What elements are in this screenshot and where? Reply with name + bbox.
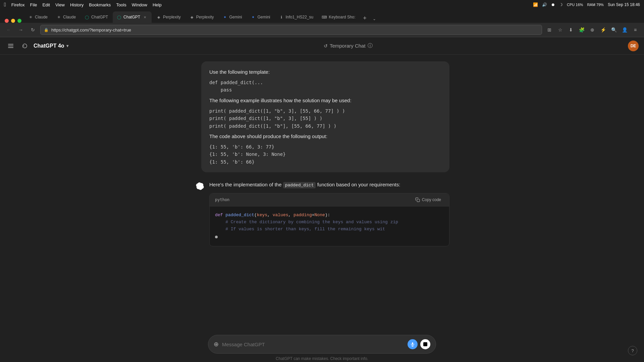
svg-rect-1	[8, 46, 13, 46]
tab-chatgpt2[interactable]: ◯ ChatGPT ✕	[113, 11, 152, 23]
stop-generation-button[interactable]	[420, 339, 430, 349]
model-chevron-icon: ▾	[66, 44, 68, 48]
gemini2-favicon: ✦	[251, 15, 255, 19]
ai-intro-text: Here's the implementation of the padded_…	[209, 180, 449, 189]
tab-bar: ✳ Claude ✳ Claude ◯ ChatGPT ◯ ChatGPT ✕ …	[0, 9, 644, 23]
containers-icon[interactable]: ⊞	[545, 25, 554, 35]
tab-claude1[interactable]: ✳ Claude	[24, 11, 52, 23]
user-message: Use the following template: def padded_d…	[201, 61, 449, 172]
info1-favicon: ℹ	[279, 15, 284, 19]
menu-tools[interactable]: Tools	[116, 2, 126, 7]
voice-toggle-button[interactable]	[408, 339, 418, 349]
menu-help[interactable]: Help	[153, 2, 162, 7]
stop-icon	[423, 342, 427, 346]
user-msg-line1: Use the following template:	[209, 68, 441, 76]
code-line-3: # If values is shorter than keys, fill t…	[215, 226, 444, 233]
sidebar-toggle-button[interactable]	[5, 41, 16, 51]
new-chat-button[interactable]	[20, 41, 30, 51]
model-name: ChatGPT 4o	[34, 43, 64, 49]
macos-menubar:  Firefox File Edit View History Bookmar…	[0, 0, 644, 9]
tab-chatgpt1[interactable]: ◯ ChatGPT	[80, 11, 112, 23]
code-language-label: python	[215, 196, 229, 203]
user-msg-output: {1: 55, 'b': 66, 3: 77}{1: 55, 'b': None…	[209, 143, 441, 166]
download-icon[interactable]: ⬇	[566, 25, 576, 35]
help-button[interactable]: ?	[628, 346, 637, 355]
screen-record-icon: ⏺	[551, 2, 555, 7]
tab-chatgpt2-close[interactable]: ✕	[142, 14, 148, 20]
tab-chatgpt1-label: ChatGPT	[91, 15, 108, 19]
message-input[interactable]	[222, 342, 404, 347]
tab-perplexity1[interactable]: ◈ Perplexity	[152, 11, 185, 23]
extension2-icon[interactable]: ⊕	[588, 25, 597, 35]
tab-overflow-button[interactable]: ⌄	[370, 15, 378, 23]
tab-gemini1[interactable]: ✦ Gemini	[218, 11, 246, 23]
forward-button[interactable]: →	[16, 25, 25, 35]
menu-bookmarks[interactable]: Bookmarks	[89, 2, 111, 7]
ai-avatar-icon	[195, 181, 205, 192]
wifi-icon: 📶	[533, 2, 538, 7]
menu-view[interactable]: View	[55, 2, 65, 7]
chat-header: ChatGPT 4o ▾ ↺ Temporary Chat ⓘ DE	[0, 37, 644, 55]
clock: Sun Sep 15 18:46	[608, 2, 640, 7]
user-msg-line3: The code above should produce the follow…	[209, 132, 441, 140]
maximize-window-button[interactable]	[17, 19, 21, 23]
address-bar[interactable]: 🔒 https://chatgpt.com/?temporary-chat=tr…	[40, 25, 542, 35]
tab-gemini2[interactable]: ✦ Gemini	[247, 11, 274, 23]
ai-message: Here's the implementation of the padded_…	[195, 180, 449, 249]
chat-messages: Use the following template: def padded_d…	[195, 61, 449, 249]
attach-icon[interactable]: ⊕	[214, 341, 219, 348]
search-icon[interactable]: 🔍	[609, 25, 619, 35]
cpu-indicator: CPU 16%	[567, 3, 583, 7]
gemini1-favicon: ✦	[222, 15, 227, 19]
ram-indicator: RAM 79%	[587, 3, 604, 7]
tab-perplexity2[interactable]: ◈ Perplexity	[185, 11, 218, 23]
menu-history[interactable]: History	[70, 2, 84, 7]
copy-code-button[interactable]: Copy code	[413, 196, 444, 203]
minimize-window-button[interactable]	[11, 19, 15, 23]
back-button[interactable]: ←	[4, 25, 13, 35]
tab-perplexity2-label: Perplexity	[196, 15, 214, 19]
extension3-icon[interactable]: ⚡	[598, 25, 608, 35]
user-msg-examples: print( padded_dict([1, "b", 3], [55, 66,…	[209, 107, 441, 130]
loading-indicator	[215, 236, 218, 238]
main-area: ChatGPT 4o ▾ ↺ Temporary Chat ⓘ DE Use t…	[0, 37, 644, 362]
menu-file[interactable]: File	[30, 2, 37, 7]
code-block-header: python Copy code	[210, 193, 449, 206]
new-tab-button[interactable]: +	[360, 13, 370, 23]
menu-firefox[interactable]: Firefox	[11, 2, 25, 7]
tab-claude2-label: Claude	[63, 15, 76, 19]
tab-claude1-label: Claude	[35, 15, 48, 19]
tab-gemini1-label: Gemini	[229, 15, 242, 19]
user-avatar[interactable]: DE	[628, 41, 639, 51]
menu-window[interactable]: Window	[132, 2, 147, 7]
menu-edit[interactable]: Edit	[43, 2, 50, 7]
tab-keyboard[interactable]: ⌨ Keyboard Sho:	[318, 11, 359, 23]
tab-keyboard-label: Keyboard Sho:	[329, 15, 355, 19]
chat-content: Use the following template: def padded_d…	[0, 55, 644, 331]
reload-button[interactable]: ↻	[28, 25, 38, 35]
url-text: https://chatgpt.com/?temporary-chat=true	[51, 27, 131, 33]
claude1-favicon: ✳	[28, 15, 33, 19]
code-line-2: # Create the dictionary by combining the…	[215, 219, 444, 226]
tab-chatgpt2-label: ChatGPT	[123, 15, 140, 19]
close-window-button[interactable]	[5, 19, 9, 23]
tab-claude2[interactable]: ✳ Claude	[52, 11, 80, 23]
profile-icon[interactable]: 👤	[620, 25, 629, 35]
bookmark-star-icon[interactable]: ☆	[555, 25, 565, 35]
browser-chrome: ✳ Claude ✳ Claude ◯ ChatGPT ◯ ChatGPT ✕ …	[0, 9, 644, 37]
menu-icon[interactable]: ≡	[631, 25, 640, 35]
code-block: python Copy code def padded_dict(keys, v…	[209, 193, 449, 246]
tab-info1[interactable]: ℹ Info1_HS22_su	[275, 11, 318, 23]
browserextension-icon[interactable]: 🧩	[577, 25, 586, 35]
focus-icon: ☽	[559, 2, 563, 7]
chatgpt1-favicon: ◯	[85, 15, 89, 19]
svg-rect-0	[8, 44, 13, 45]
temp-chat-icon: ↺	[324, 43, 328, 49]
ai-response-content: Here's the implementation of the padded_…	[209, 180, 449, 249]
tab-gemini2-label: Gemini	[257, 15, 270, 19]
keyboard-favicon: ⌨	[322, 15, 327, 19]
model-selector[interactable]: ChatGPT 4o ▾	[34, 43, 68, 49]
temp-chat-info-icon[interactable]: ⓘ	[368, 43, 373, 49]
temp-chat-label: Temporary Chat	[330, 43, 366, 49]
code-line-1: def padded_dict(keys, values, padding=No…	[215, 212, 444, 219]
